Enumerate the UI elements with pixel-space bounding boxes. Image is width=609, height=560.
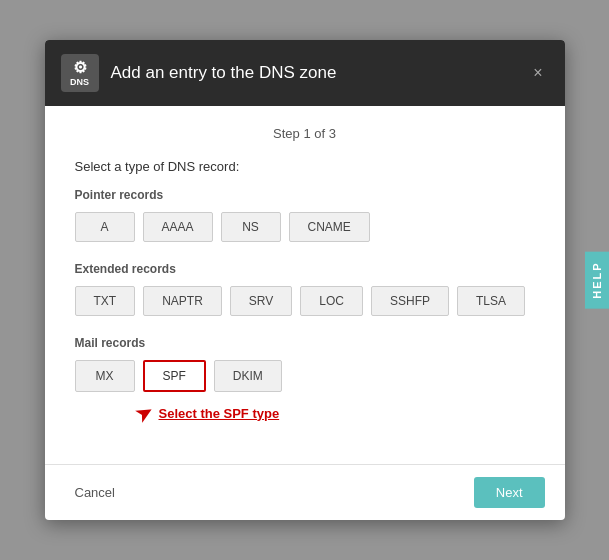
annotation-text: Select the SPF type <box>159 406 280 421</box>
record-btn-spf[interactable]: SPF <box>143 360 206 392</box>
record-btn-a[interactable]: A <box>75 212 135 242</box>
extended-records-title: Extended records <box>75 262 535 276</box>
dialog-body: Step 1 of 3 Select a type of DNS record:… <box>45 106 565 456</box>
close-button[interactable]: × <box>527 63 548 83</box>
help-tab[interactable]: HELP <box>585 251 609 308</box>
extended-records-group: Extended records TXT NAPTR SRV LOC SSHFP… <box>75 262 535 316</box>
record-btn-srv[interactable]: SRV <box>230 286 292 316</box>
dialog-title: Add an entry to the DNS zone <box>111 63 516 83</box>
mail-records-title: Mail records <box>75 336 535 350</box>
select-prompt: Select a type of DNS record: <box>75 159 535 174</box>
record-btn-ns[interactable]: NS <box>221 212 281 242</box>
record-btn-dkim[interactable]: DKIM <box>214 360 282 392</box>
dialog-header: ⚙ DNS Add an entry to the DNS zone × <box>45 40 565 106</box>
record-btn-cname[interactable]: CNAME <box>289 212 370 242</box>
record-btn-tlsa[interactable]: TLSA <box>457 286 525 316</box>
dns-label: DNS <box>70 77 89 87</box>
record-btn-aaaa[interactable]: AAAA <box>143 212 213 242</box>
dialog-footer: Cancel Next <box>45 464 565 520</box>
dialog: ⚙ DNS Add an entry to the DNS zone × Ste… <box>45 40 565 520</box>
record-btn-txt[interactable]: TXT <box>75 286 136 316</box>
step-indicator: Step 1 of 3 <box>75 126 535 141</box>
record-btn-naptr[interactable]: NAPTR <box>143 286 222 316</box>
annotation-row: ➤ Select the SPF type <box>135 400 535 426</box>
pointer-records-title: Pointer records <box>75 188 535 202</box>
pointer-records-row: A AAAA NS CNAME <box>75 212 535 242</box>
record-btn-sshfp[interactable]: SSHFP <box>371 286 449 316</box>
cancel-button[interactable]: Cancel <box>65 479 125 506</box>
overlay: ⚙ DNS Add an entry to the DNS zone × Ste… <box>0 0 609 560</box>
extended-records-row: TXT NAPTR SRV LOC SSHFP TLSA <box>75 286 535 316</box>
pointer-records-group: Pointer records A AAAA NS CNAME <box>75 188 535 242</box>
dns-icon: ⚙ DNS <box>61 54 99 92</box>
mail-records-row: MX SPF DKIM <box>75 360 535 392</box>
next-button[interactable]: Next <box>474 477 545 508</box>
arrow-icon: ➤ <box>129 397 158 429</box>
mail-records-group: Mail records MX SPF DKIM ➤ Select the SP… <box>75 336 535 426</box>
record-btn-loc[interactable]: LOC <box>300 286 363 316</box>
record-btn-mx[interactable]: MX <box>75 360 135 392</box>
